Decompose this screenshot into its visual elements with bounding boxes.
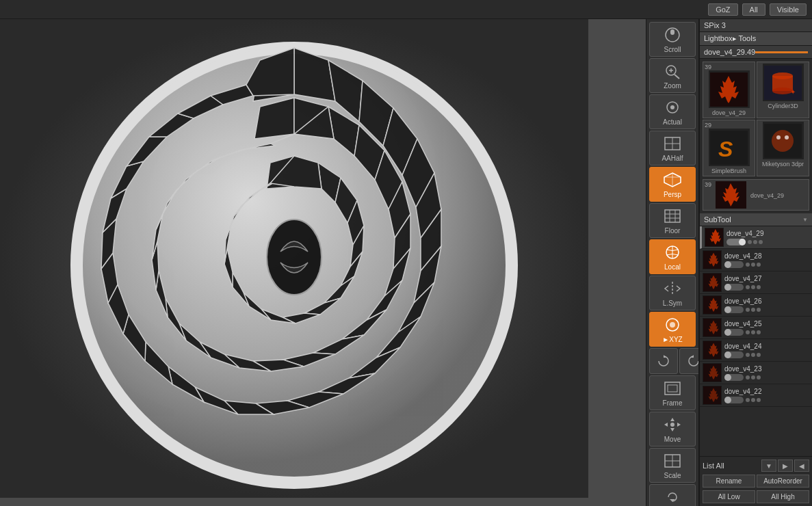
dot-2-3 <box>757 285 761 289</box>
subtool-thumb-5 <box>703 341 722 360</box>
floor-btn[interactable]: Floor <box>649 203 696 238</box>
subtool-toggle-3[interactable] <box>724 306 744 313</box>
auto-reorder-button[interactable]: AutoReorder <box>757 475 809 488</box>
dot-7-3 <box>757 398 761 402</box>
subtool-item-3[interactable]: dove_v4_26 <box>700 294 812 317</box>
gyro1-btn[interactable] <box>649 348 678 374</box>
subtool-item-2[interactable]: dove_v4_27 <box>700 271 812 294</box>
goz-button[interactable]: GoZ <box>708 3 737 16</box>
svg-point-56 <box>772 130 794 152</box>
svg-rect-21 <box>665 210 680 222</box>
svg-point-14 <box>670 105 675 109</box>
dot-5-3 <box>757 353 761 357</box>
gyro2-btn[interactable] <box>679 348 699 374</box>
svg-text:S: S <box>718 137 733 161</box>
subtool-item-0[interactable]: dove_v4_29 <box>700 226 812 249</box>
brush-item-1[interactable]: 39 dove_v4_29 <box>703 62 755 118</box>
svg-text:✦: ✦ <box>790 88 796 96</box>
subtool-thumb-3 <box>703 295 722 315</box>
subtool-controls-7 <box>724 397 809 403</box>
subtool-item-1[interactable]: dove_v4_28 <box>700 249 812 271</box>
dot-5-2 <box>751 353 755 357</box>
list-all-row: List All ▼ ▶ ◀ <box>703 460 809 472</box>
right-panel: SPix 3 Lightbox▸ Tools dove_v4_29.49 39 <box>699 19 812 506</box>
subtool-thumb-4 <box>703 318 722 337</box>
subtool-dots-5 <box>746 353 761 357</box>
svg-line-10 <box>675 75 679 79</box>
move-btn[interactable]: Move <box>649 412 696 447</box>
frame-btn[interactable]: Frame <box>649 375 696 410</box>
dot-2-1 <box>746 285 750 289</box>
aahalf-icon <box>660 134 685 153</box>
visible-button[interactable]: Visible <box>770 3 807 16</box>
subtool-toggle-5[interactable] <box>724 351 744 358</box>
viewport-canvas[interactable] <box>0 19 646 506</box>
subtool-info-5: dove_v4_24 <box>724 343 809 358</box>
subtool-panel[interactable]: dove_v4_29 dove <box>700 226 812 456</box>
rename-button[interactable]: Rename <box>703 475 755 488</box>
subtool-header: SubTool ▼ <box>700 213 812 226</box>
scale-icon <box>660 451 685 470</box>
svg-rect-8 <box>670 29 675 35</box>
all-low-button[interactable]: All Low <box>703 490 755 503</box>
scroll-btn[interactable]: Scroll <box>649 22 696 57</box>
aahalf-btn[interactable]: AAHalf <box>649 131 696 165</box>
scale-btn[interactable]: Scale <box>649 448 696 483</box>
arrow-right-btn[interactable]: ▶ <box>778 460 793 472</box>
all-button[interactable]: All <box>742 3 765 16</box>
dot-3-2 <box>751 308 755 312</box>
right-bottom: List All ▼ ▶ ◀ Rename AutoReorder All Lo… <box>700 456 812 506</box>
brush-item-4[interactable]: Miketyson 3dpr <box>757 120 809 176</box>
subtool-toggle-7[interactable] <box>724 397 744 403</box>
dot-7-1 <box>746 398 750 402</box>
brush-item-3[interactable]: 29 S SimpleBrush <box>703 120 755 176</box>
subtool-toggle-1[interactable] <box>724 261 744 268</box>
zoom-btn[interactable]: Zoom <box>649 58 696 93</box>
local-icon <box>660 243 685 262</box>
subtool-toggle-6[interactable] <box>724 374 744 381</box>
subtool-collapse-icon[interactable]: ▼ <box>802 217 808 223</box>
persp-btn[interactable]: Persp <box>649 167 696 202</box>
gyro1-icon <box>651 351 676 371</box>
frame-icon <box>660 379 685 398</box>
all-high-button[interactable]: All High <box>757 490 809 503</box>
xyz-icon <box>660 315 685 334</box>
subtool-controls-2 <box>724 284 809 291</box>
subtool-controls-0 <box>726 239 809 245</box>
actual-btn[interactable]: Actual <box>649 94 696 129</box>
lightbox-tools[interactable]: Lightbox▸ Tools <box>700 32 812 46</box>
subtool-item-6[interactable]: dove_v4_23 <box>700 362 812 384</box>
brush-thumb-4 <box>763 122 804 159</box>
local-btn[interactable]: Local <box>649 239 696 274</box>
low-high-row: All Low All High <box>703 490 809 503</box>
subtool-item-5[interactable]: dove_v4_24 <box>700 339 812 362</box>
brush-thumb-3: S <box>709 129 750 166</box>
dove-header: dove_v4_29.49 <box>700 46 812 59</box>
subtool-controls-3 <box>724 306 809 313</box>
subtool-toggle-2[interactable] <box>724 284 744 291</box>
subtool-item-4[interactable]: dove_v4_25 <box>700 317 812 339</box>
actual-icon <box>660 98 685 117</box>
subtool-dots-7 <box>746 398 761 402</box>
brush-item-2[interactable]: ✦ Cylinder3D <box>757 62 809 118</box>
dot-1-2 <box>751 263 755 267</box>
arrow-buttons: ▼ ▶ ◀ <box>761 460 809 472</box>
svg-marker-35 <box>670 418 675 421</box>
svg-point-39 <box>670 423 675 427</box>
dot-4-1 <box>746 330 750 334</box>
subtool-thumb-6 <box>703 363 722 382</box>
subtool-thumb-2 <box>703 273 722 292</box>
lsym-btn[interactable]: L.Sym <box>649 276 696 310</box>
rotate-btn[interactable]: Rotate <box>649 484 696 506</box>
viewport-area <box>0 19 646 506</box>
subtool-dots-3 <box>746 308 761 312</box>
brush-thumb-2: ✦ <box>763 64 804 101</box>
brush-item-5[interactable]: 39 dove_v4_29 <box>703 179 809 211</box>
subtool-toggle-4[interactable] <box>724 329 744 336</box>
arrow-down-btn[interactable]: ▼ <box>761 460 776 472</box>
xyz-btn[interactable]: ►XYZ <box>649 312 696 347</box>
subtool-item-7[interactable]: dove_v4_22 <box>700 384 812 407</box>
svg-marker-36 <box>670 428 675 431</box>
subtool-toggle-0[interactable] <box>726 239 746 245</box>
arrow-left-btn[interactable]: ◀ <box>794 460 809 472</box>
